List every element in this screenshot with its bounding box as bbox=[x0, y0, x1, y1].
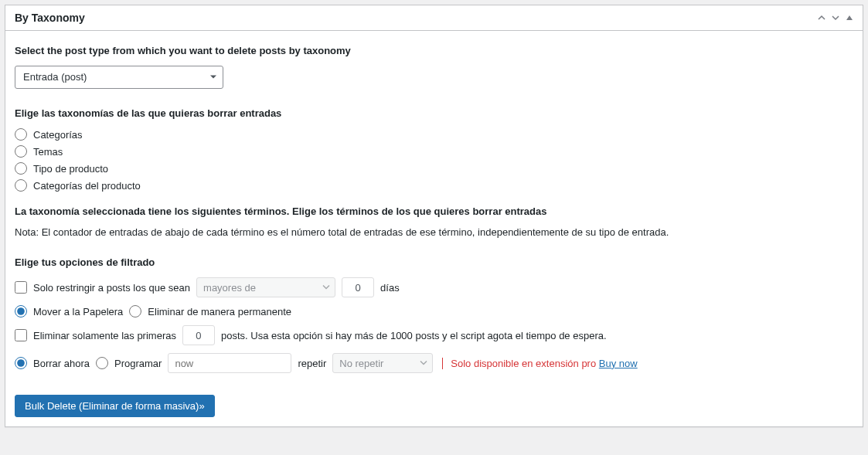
move-trash-label: Mover a la Papelera bbox=[33, 306, 123, 317]
restrict-age-checkbox[interactable] bbox=[15, 281, 27, 294]
limit-value-input[interactable] bbox=[182, 325, 215, 345]
repeat-select[interactable]: No repetir bbox=[332, 353, 433, 373]
move-down-icon[interactable] bbox=[832, 12, 839, 24]
taxonomy-radio-categorias-producto[interactable] bbox=[15, 179, 27, 192]
taxonomy-option-label: Tipo de producto bbox=[33, 163, 108, 175]
post-type-label: Select the post type from which you want… bbox=[15, 45, 853, 56]
restrict-age-row: Solo restringir a posts los que sean may… bbox=[15, 277, 853, 297]
by-taxonomy-panel: By Taxonomy Select the post type from wh… bbox=[5, 5, 863, 427]
buy-now-link[interactable]: Buy now bbox=[599, 358, 638, 369]
pro-only-text: Solo disponible en extensión pro bbox=[451, 358, 596, 369]
limit-label: Eliminar solamente las primeras bbox=[33, 330, 176, 341]
limit-row: Eliminar solamente las primeras posts. U… bbox=[15, 325, 853, 345]
taxonomy-option-label: Categorías del producto bbox=[33, 180, 141, 192]
taxonomy-option-label: Temas bbox=[33, 146, 63, 158]
taxonomy-radio-tipo-producto[interactable] bbox=[15, 162, 27, 175]
post-type-selected-value: Entrada (post) bbox=[15, 66, 223, 89]
age-comparison-select[interactable]: mayores de bbox=[196, 277, 335, 297]
schedule-time-input[interactable] bbox=[168, 353, 291, 373]
delete-permanent-radio[interactable] bbox=[129, 305, 141, 317]
panel-header: By Taxonomy bbox=[5, 5, 863, 31]
taxonomy-option-label: Categorías bbox=[33, 129, 83, 141]
restrict-age-label: Solo restringir a posts los que sean bbox=[33, 282, 190, 294]
taxonomy-radio-temas[interactable] bbox=[15, 145, 27, 158]
taxonomy-option: Tipo de producto bbox=[15, 162, 853, 175]
bulk-delete-button[interactable]: Bulk Delete (Eliminar de forma masiva)» bbox=[15, 395, 215, 417]
pro-separator: Solo disponible en extensión pro Buy now bbox=[442, 358, 637, 369]
repeat-select-value: No repetir bbox=[339, 358, 383, 369]
taxonomy-radio-categorias[interactable] bbox=[15, 128, 27, 141]
terms-note: Nota: El contador de entradas de abajo d… bbox=[15, 226, 853, 238]
limit-suffix-label: posts. Usa esta opción si hay más de 100… bbox=[221, 330, 607, 341]
age-value-input[interactable] bbox=[342, 277, 374, 297]
taxonomies-label: Elige las taxonomías de las que quieras … bbox=[15, 107, 853, 119]
schedule-label: Programar bbox=[114, 358, 162, 369]
age-comparison-value: mayores de bbox=[203, 282, 256, 294]
taxonomy-option: Categorías del producto bbox=[15, 179, 853, 192]
limit-checkbox[interactable] bbox=[15, 329, 27, 341]
delete-mode-row: Mover a la Papelera Eliminar de manera p… bbox=[15, 305, 853, 317]
schedule-row: Borrar ahora Programar repetir No repeti… bbox=[15, 353, 853, 373]
taxonomy-option: Categorías bbox=[15, 128, 853, 141]
taxonomy-radio-list: Categorías Temas Tipo de producto Catego… bbox=[15, 128, 853, 192]
filters-label: Elige tus opciones de filtrado bbox=[15, 256, 853, 268]
age-unit-label: días bbox=[380, 282, 400, 294]
chevron-down-icon bbox=[322, 282, 330, 294]
post-type-select[interactable]: Entrada (post) bbox=[15, 66, 223, 89]
panel-title: By Taxonomy bbox=[15, 12, 85, 24]
move-trash-radio[interactable] bbox=[15, 305, 27, 317]
delete-now-radio[interactable] bbox=[15, 357, 27, 369]
panel-controls bbox=[818, 12, 853, 24]
move-up-icon[interactable] bbox=[818, 12, 825, 24]
taxonomy-option: Temas bbox=[15, 145, 853, 158]
schedule-radio[interactable] bbox=[96, 357, 108, 369]
repeat-label: repetir bbox=[298, 358, 326, 369]
terms-label: La taxonomía seleccionada tiene los sigu… bbox=[15, 205, 853, 217]
delete-permanent-label: Eliminar de manera permanente bbox=[148, 306, 291, 317]
panel-body: Select the post type from which you want… bbox=[5, 31, 863, 426]
chevron-down-icon bbox=[420, 358, 427, 369]
toggle-collapse-icon[interactable] bbox=[846, 12, 853, 24]
delete-now-label: Borrar ahora bbox=[33, 358, 90, 369]
